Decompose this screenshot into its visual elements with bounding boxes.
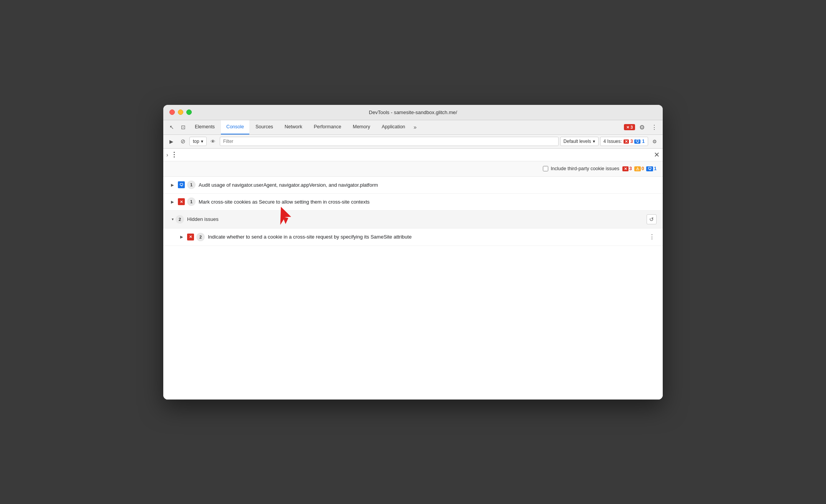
expand-icon-nested-1[interactable]: ▶ — [179, 234, 185, 240]
issue-row-1[interactable]: ▶ 🗨 1 Audit usage of navigator.userAgent… — [163, 177, 663, 194]
gear-icon: ⚙ — [639, 124, 645, 131]
play-icon: ▶ — [169, 139, 173, 144]
issue-text-1: Audit usage of navigator.userAgent, navi… — [199, 182, 657, 188]
issues-header-right: Include third-party cookie issues ✕ 3 ⚠ … — [543, 166, 657, 171]
error-badge: ✕ 3 — [624, 124, 635, 130]
tab-sources[interactable]: Sources — [250, 120, 279, 134]
hidden-group-label: Hidden issues — [187, 216, 219, 222]
traffic-lights — [169, 109, 192, 115]
issues-panel-header: Include third-party cookie issues ✕ 3 ⚠ … — [163, 161, 663, 177]
cursor-icon: ↖ — [169, 124, 174, 130]
window-title: DevTools - samesite-sandbox.glitch.me/ — [369, 109, 457, 115]
error-x-icon: ✕ — [626, 125, 629, 129]
devtools-window: DevTools - samesite-sandbox.glitch.me/ ↖… — [163, 105, 663, 400]
cursor-icon-btn[interactable]: ↖ — [166, 122, 177, 133]
tab-performance[interactable]: Performance — [309, 120, 347, 134]
clear-console-btn[interactable]: ▶ — [166, 136, 176, 146]
context-selector[interactable]: top ▾ — [189, 137, 207, 146]
device-icon-btn[interactable]: ⊡ — [178, 122, 189, 133]
expand-hidden-icon[interactable]: ▾ — [169, 216, 176, 222]
prompt-arrow-icon: › — [166, 152, 168, 158]
issue-icon-error-2: ✕ — [178, 198, 185, 205]
chevron-down-icon: ▾ — [201, 139, 203, 144]
toolbar-settings-btn[interactable]: ⚙ — [650, 136, 660, 146]
panel-close-btn[interactable]: ✕ — [654, 151, 660, 159]
issue-text-2: Mark cross-site cookies as Secure to all… — [199, 199, 657, 205]
chevron-down-icon-levels: ▾ — [593, 139, 595, 144]
tab-right-actions: ✕ 3 ⚙ ⋮ — [624, 122, 660, 133]
ban-btn[interactable]: ⊘ — [178, 136, 188, 146]
device-icon: ⊡ — [181, 124, 186, 130]
tab-bar: ↖ ⊡ Elements Console Sources Network Per… — [163, 120, 663, 135]
gear-icon-toolbar: ⚙ — [652, 139, 657, 144]
issue-count-1: 1 — [187, 181, 196, 189]
refresh-hidden-btn[interactable]: ↺ — [647, 214, 657, 224]
tab-memory[interactable]: Memory — [347, 120, 375, 134]
issue-row-nested-1[interactable]: ▶ ✕ 2 Indicate whether to send a cookie … — [163, 229, 663, 246]
badge-info-count: 🗨 — [646, 166, 653, 171]
badge-warning-count: ⚠ — [634, 166, 641, 171]
issue-row-2[interactable]: ▶ ✕ 1 Mark cross-site cookies as Secure … — [163, 194, 663, 211]
tab-console[interactable]: Console — [221, 120, 249, 134]
issue-icon-error-nested: ✕ — [187, 234, 194, 240]
console-prompt-area: › ✕ — [163, 149, 663, 161]
devtools-body: ↖ ⊡ Elements Console Sources Network Per… — [163, 120, 663, 400]
hidden-issues-group[interactable]: ▾ 2 Hidden issues ↺ — [163, 211, 663, 229]
console-toolbar: ▶ ⊘ top ▾ 👁 Default levels ▾ 4 Issues: ✕… — [163, 135, 663, 149]
expand-icon-1[interactable]: ▶ — [169, 182, 176, 188]
tab-application[interactable]: Application — [376, 120, 410, 134]
filter-input[interactable] — [220, 137, 559, 146]
expand-icon-2[interactable]: ▶ — [169, 199, 176, 205]
nested-more-btn[interactable]: ⋮ — [647, 232, 657, 242]
nested-count-badge: 2 — [196, 233, 205, 241]
issues-badge-counts: ✕ 3 ⚠ 0 🗨 1 — [622, 166, 657, 171]
issue-count-2: 1 — [187, 197, 196, 206]
minimize-button[interactable] — [178, 109, 183, 115]
issue-text-nested: Indicate whether to send a cookie in a c… — [208, 234, 647, 240]
close-button[interactable] — [169, 109, 175, 115]
settings-btn[interactable]: ⚙ — [637, 122, 647, 133]
titlebar: DevTools - samesite-sandbox.glitch.me/ — [163, 105, 663, 120]
empty-content-area — [163, 246, 663, 400]
third-party-checkbox[interactable] — [543, 166, 548, 171]
kebab-menu-top[interactable] — [170, 150, 179, 159]
ban-icon: ⊘ — [181, 138, 186, 145]
more-vert-icon: ⋮ — [651, 124, 657, 131]
issues-counter: 4 Issues: ✕ 3 🗨 1 — [600, 137, 648, 146]
issues-info-badge: 🗨 — [634, 139, 640, 144]
tab-network[interactable]: Network — [279, 120, 308, 134]
third-party-checkbox-label[interactable]: Include third-party cookie issues — [543, 166, 619, 171]
more-options-btn[interactable]: ⋮ — [649, 122, 660, 133]
more-tabs-btn[interactable]: » — [411, 122, 419, 133]
eye-icon: 👁 — [211, 139, 216, 144]
log-levels-selector[interactable]: Default levels ▾ — [560, 137, 599, 146]
eye-btn[interactable]: 👁 — [208, 136, 218, 146]
issue-icon-info-1: 🗨 — [178, 181, 185, 188]
badge-error-count: ✕ — [622, 166, 629, 171]
hidden-count-badge: 2 — [176, 215, 184, 224]
issues-error-badge: ✕ — [624, 139, 629, 144]
panel-area: › ✕ Include third-party cookie issues ✕ — [163, 149, 663, 400]
maximize-button[interactable] — [186, 109, 192, 115]
tab-elements[interactable]: Elements — [189, 120, 220, 134]
